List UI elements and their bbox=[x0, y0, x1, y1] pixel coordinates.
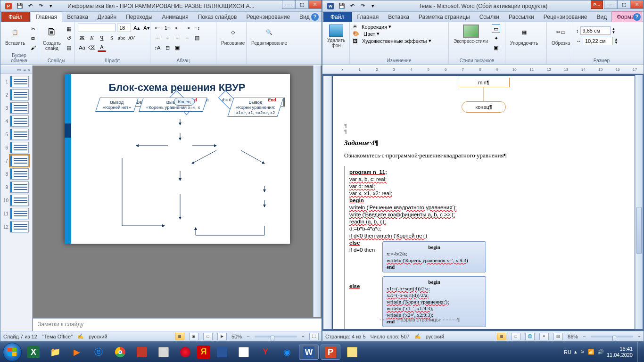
tb-app-icon[interactable] bbox=[154, 345, 173, 360]
tab-transitions[interactable]: Переходы bbox=[121, 12, 157, 22]
maximize-button[interactable]: ▢ bbox=[617, 0, 630, 9]
redo-icon[interactable]: ↷ bbox=[36, 2, 45, 10]
lang-indicator[interactable]: RU bbox=[564, 349, 571, 355]
outline-view-icon[interactable]: ≡ bbox=[539, 333, 549, 340]
fit-window-icon[interactable]: ⛶ bbox=[309, 333, 319, 340]
file-tab[interactable]: Файл bbox=[1, 12, 30, 22]
tb-ie-icon[interactable]: ⓔ bbox=[89, 345, 108, 360]
layout-icon[interactable]: ▦ bbox=[65, 25, 73, 33]
slide-thumbnail[interactable]: 6 bbox=[3, 142, 29, 153]
minimize-button[interactable]: — bbox=[604, 0, 617, 9]
tb-app-icon[interactable] bbox=[212, 345, 232, 360]
fullscreen-reading-icon[interactable]: ▭ bbox=[511, 333, 520, 340]
smartart-icon[interactable]: ▣ bbox=[173, 43, 182, 52]
tb-excel-icon[interactable]: X bbox=[24, 345, 43, 360]
strike-button[interactable]: S bbox=[107, 33, 116, 42]
justify-icon[interactable]: ≡ bbox=[183, 33, 191, 42]
zoom-out-icon[interactable]: − bbox=[247, 334, 249, 339]
spinner-icon[interactable]: ▲▼ bbox=[612, 27, 616, 34]
print-layout-view-icon[interactable]: ▦ bbox=[497, 333, 506, 340]
zoom-slider[interactable] bbox=[591, 336, 633, 337]
paste-button[interactable]: 📋 Вставить bbox=[3, 24, 27, 47]
status-lang[interactable]: русский bbox=[89, 334, 107, 339]
width-input[interactable]: 10,22 см bbox=[583, 37, 613, 45]
notes-pane[interactable]: Заметки к слайду bbox=[33, 318, 322, 331]
vertical-ruler[interactable] bbox=[323, 76, 332, 329]
horizontal-ruler[interactable]: ·1234567891011121314151617 bbox=[322, 66, 644, 74]
remove-bg-button[interactable]: Удалить фон bbox=[325, 24, 347, 49]
tab-design[interactable]: Дизайн bbox=[93, 12, 121, 22]
zoom-value[interactable]: 50% bbox=[231, 334, 242, 339]
qat-more-icon[interactable]: ▾ bbox=[47, 2, 55, 10]
tb-explorer-icon[interactable]: 📁 bbox=[45, 345, 65, 360]
help-icon[interactable]: ? bbox=[633, 13, 641, 21]
bullets-icon[interactable]: •≡ bbox=[153, 24, 162, 32]
spellcheck-icon[interactable]: ✍ bbox=[414, 333, 421, 339]
bold-button[interactable]: Ж bbox=[78, 33, 86, 42]
format-painter-icon[interactable]: 🖌 bbox=[29, 43, 37, 52]
slide-thumbnail[interactable]: 3 bbox=[3, 102, 29, 114]
ribbon-collapse-icon[interactable]: ⌄ bbox=[627, 14, 631, 19]
char-spacing-icon[interactable]: AV bbox=[127, 33, 136, 42]
status-lang[interactable]: русский bbox=[426, 334, 444, 339]
tab-layout[interactable]: Разметка страницы bbox=[414, 12, 475, 22]
indent-dec-icon[interactable]: ⇤ bbox=[173, 24, 182, 32]
tb-app-icon[interactable] bbox=[132, 345, 152, 360]
align-left-icon[interactable]: ≡ bbox=[153, 33, 162, 42]
undo-icon[interactable]: ↶ bbox=[348, 2, 356, 10]
pp-titlebar[interactable]: P 💾 ↶ ↷ ▾ Информатика 8кл - ПРОГРАММИРОВ… bbox=[0, 0, 322, 12]
outline-tab-icon[interactable]: ▭ bbox=[17, 67, 21, 72]
italic-button[interactable]: К bbox=[88, 33, 96, 42]
maximize-button[interactable]: ▢ bbox=[295, 0, 308, 9]
tab-references[interactable]: Ссылки bbox=[475, 12, 504, 22]
zoom-out-icon[interactable]: − bbox=[583, 334, 586, 339]
zoom-in-icon[interactable]: + bbox=[302, 334, 305, 339]
normal-view-icon[interactable]: ▦ bbox=[175, 333, 184, 340]
pp-taskbar-chip[interactable]: P… bbox=[591, 0, 603, 9]
slideshow-view-icon[interactable]: ▶ bbox=[217, 333, 227, 340]
tab-insert[interactable]: Вставка bbox=[383, 12, 414, 22]
close-pane-icon[interactable]: × bbox=[28, 67, 30, 72]
indent-inc-icon[interactable]: ⇥ bbox=[183, 24, 191, 32]
status-words[interactable]: Число слов: 507 bbox=[371, 334, 410, 339]
zoom-in-icon[interactable]: + bbox=[638, 334, 641, 339]
tb-yandex-browser-icon[interactable]: Y bbox=[256, 345, 275, 360]
network-icon[interactable]: 📶 bbox=[588, 349, 594, 355]
color-button[interactable]: 🎨 Цвет ▾ bbox=[353, 31, 380, 37]
slide-thumbnail[interactable]: 7 bbox=[3, 155, 29, 166]
slide-canvas-area[interactable]: Блок-схема решения КВУР bbox=[33, 66, 322, 331]
underline-button[interactable]: Ч bbox=[98, 33, 106, 42]
tray-chevron-icon[interactable]: ▴ bbox=[574, 349, 577, 355]
tab-review[interactable]: Рецензирование bbox=[539, 12, 592, 22]
volume-icon[interactable]: 🔊 bbox=[597, 349, 604, 355]
document-page[interactable]: min¶ конец¶ ¶ ¶ Задание·4¶ Ознакомьтесь·… bbox=[333, 76, 635, 329]
show-desktop-button[interactable] bbox=[637, 342, 641, 362]
align-text-icon[interactable]: ⊟ bbox=[163, 43, 172, 52]
slide-thumbnail[interactable]: 4 bbox=[3, 115, 29, 127]
slide-thumbnail[interactable]: 1 bbox=[3, 76, 29, 87]
slide-thumbnail[interactable]: 12 bbox=[3, 221, 29, 232]
code-image[interactable]: program n_11; var a, b, c: real; var d: … bbox=[344, 166, 500, 329]
font-size-combo[interactable]: 18 bbox=[117, 24, 131, 32]
scrollbar-thumb[interactable] bbox=[636, 207, 642, 254]
help-icon[interactable]: ? bbox=[311, 13, 319, 21]
tab-home[interactable]: Главная bbox=[353, 12, 384, 22]
columns-icon[interactable]: ▥ bbox=[193, 33, 201, 42]
section-icon[interactable]: ▤ bbox=[65, 43, 73, 52]
pic-effects-icon[interactable]: ✦ bbox=[492, 34, 500, 42]
change-case-icon[interactable]: Aa bbox=[78, 43, 86, 52]
file-tab[interactable]: Файл bbox=[323, 12, 352, 22]
spellcheck-icon[interactable]: ✍ bbox=[77, 333, 84, 339]
slide-thumbnail[interactable]: 5 bbox=[3, 129, 29, 140]
pp-vscrollbar[interactable] bbox=[313, 66, 321, 317]
new-slide-button[interactable]: 🗎 Создать слайд bbox=[41, 24, 63, 52]
pic-layout-icon[interactable]: ▣ bbox=[492, 43, 500, 52]
font-family-combo[interactable] bbox=[78, 24, 116, 32]
redo-icon[interactable]: ↷ bbox=[358, 2, 367, 10]
ribbon-collapse-icon[interactable]: ⌄ bbox=[305, 14, 309, 19]
clock[interactable]: 15:41 11.04.2020 bbox=[607, 346, 633, 358]
sorter-view-icon[interactable]: ▣ bbox=[189, 333, 198, 340]
shadow-button[interactable]: abc bbox=[117, 33, 126, 42]
minimize-button[interactable]: — bbox=[282, 0, 295, 9]
cut-icon[interactable]: ✂ bbox=[29, 25, 37, 33]
